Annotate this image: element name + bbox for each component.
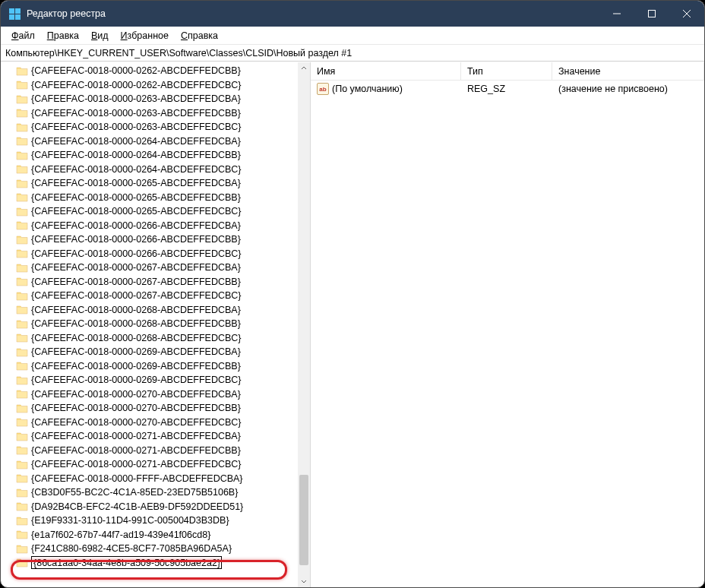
- address-bar[interactable]: Компьютер\HKEY_CURRENT_USER\Software\Cla…: [1, 45, 704, 62]
- folder-icon: [16, 150, 28, 160]
- tree-item[interactable]: {CAFEEFAC-0018-0000-0266-ABCDEFFEDCBC}: [4, 247, 310, 261]
- tree-item[interactable]: {CAFEEFAC-0018-0000-0271-ABCDEFFEDCBC}: [4, 457, 310, 472]
- tree-item-label: {CAFEEFAC-0018-0000-0264-ABCDEFFEDCBB}: [31, 148, 241, 163]
- folder-icon: [16, 347, 28, 357]
- value-type: REG_SZ: [461, 84, 552, 94]
- values-header: Имя Тип Значение: [311, 62, 704, 81]
- tree-item[interactable]: {CAFEEFAC-0018-0000-0270-ABCDEFFEDCBB}: [4, 401, 310, 416]
- menu-help[interactable]: Справка: [175, 29, 224, 43]
- tree-item[interactable]: {CAFEEFAC-0018-0000-0269-ABCDEFFEDCBB}: [4, 359, 310, 374]
- scroll-down-button[interactable]: [298, 575, 310, 587]
- menu-favorites[interactable]: Избранное: [115, 29, 175, 43]
- tree-item[interactable]: {CAFEEFAC-0018-0000-0263-ABCDEFFEDCBA}: [4, 92, 310, 106]
- tree-item[interactable]: {CAFEEFAC-0018-0000-0266-ABCDEFFEDCBB}: [4, 232, 310, 247]
- folder-icon: [16, 333, 28, 343]
- tree-item[interactable]: {CAFEEFAC-0018-0000-FFFF-ABCDEFFEDCBA}: [4, 472, 310, 486]
- tree-item-editing[interactable]: [4, 556, 310, 571]
- tree-item[interactable]: {CAFEEFAC-0018-0000-0270-ABCDEFFEDCBC}: [4, 416, 310, 430]
- app-icon: [8, 8, 21, 20]
- folder-icon: [16, 192, 28, 202]
- folder-icon: [16, 544, 28, 554]
- column-header-name[interactable]: Имя: [311, 62, 461, 80]
- tree-item-label: {e1a7f602-67b7-44f7-ad19-439e41f06cd8}: [31, 528, 210, 542]
- scroll-thumb[interactable]: [299, 475, 308, 565]
- tree-item[interactable]: {CAFEEFAC-0018-0000-0262-ABCDEFFEDCBC}: [4, 78, 310, 93]
- tree-item[interactable]: {CAFEEFAC-0018-0000-0265-ABCDEFFEDCBA}: [4, 176, 310, 191]
- tree-item[interactable]: {CAFEEFAC-0018-0000-0267-ABCDEFFEDCBC}: [4, 289, 310, 303]
- folder-icon: [16, 305, 28, 315]
- registry-tree[interactable]: {CAFEEFAC-0018-0000-0262-ABCDEFFEDCBB}{C…: [4, 64, 310, 570]
- tree-item[interactable]: {CAFEEFAC-0018-0000-0267-ABCDEFFEDCBA}: [4, 261, 310, 275]
- column-header-type[interactable]: Тип: [461, 62, 552, 80]
- tree-item[interactable]: {CAFEEFAC-0018-0000-0269-ABCDEFFEDCBC}: [4, 373, 310, 387]
- values-list[interactable]: ab (По умолчанию) REG_SZ (значение не пр…: [311, 81, 704, 587]
- close-button[interactable]: [669, 1, 704, 27]
- titlebar[interactable]: Редактор реестра: [1, 1, 704, 27]
- tree-scrollbar[interactable]: [298, 62, 310, 587]
- tree-item[interactable]: {e1a7f602-67b7-44f7-ad19-439e41f06cd8}: [4, 528, 310, 542]
- tree-item-label: {CAFEEFAC-0018-0000-0265-ABCDEFFEDCBB}: [31, 191, 241, 205]
- tree-item[interactable]: {CAFEEFAC-0018-0000-0266-ABCDEFFEDCBA}: [4, 219, 310, 233]
- tree-item-label: {CAFEEFAC-0018-0000-0262-ABCDEFFEDCBC}: [31, 78, 242, 93]
- folder-icon: [16, 179, 28, 188]
- tree-item[interactable]: {CB3D0F55-BC2C-4C1A-85ED-23ED75B5106B}: [4, 485, 310, 500]
- tree-item-label: {CAFEEFAC-0018-0000-0268-ABCDEFFEDCBC}: [31, 331, 242, 346]
- tree-item-label: {CAFEEFAC-0018-0000-0271-ABCDEFFEDCBB}: [31, 444, 241, 458]
- rename-input[interactable]: [31, 556, 222, 569]
- window-title: Редактор реестра: [27, 8, 106, 19]
- values-pane: Имя Тип Значение ab (По умолчанию) REG_S…: [311, 62, 704, 587]
- folder-icon: [16, 277, 28, 286]
- tree-item[interactable]: {DA92B4CB-EFC2-4C1B-AEB9-DF592DDEED51}: [4, 500, 310, 514]
- menu-edit[interactable]: Правка: [41, 29, 85, 43]
- tree-item-label: {CAFEEFAC-0018-0000-0266-ABCDEFFEDCBC}: [31, 247, 242, 261]
- folder-icon: [16, 389, 28, 399]
- folder-icon: [16, 136, 28, 146]
- tree-item[interactable]: {CAFEEFAC-0018-0000-0264-ABCDEFFEDCBC}: [4, 163, 310, 177]
- tree-item[interactable]: {CAFEEFAC-0018-0000-0263-ABCDEFFEDCBB}: [4, 106, 310, 121]
- tree-item[interactable]: {CAFEEFAC-0018-0000-0262-ABCDEFFEDCBB}: [4, 64, 310, 78]
- tree-item-label: {CAFEEFAC-0018-0000-0266-ABCDEFFEDCBA}: [31, 219, 241, 233]
- value-row[interactable]: ab (По умолчанию) REG_SZ (значение не пр…: [311, 82, 704, 96]
- minimize-button[interactable]: [599, 1, 634, 27]
- tree-item-label: {CAFEEFAC-0018-0000-0267-ABCDEFFEDCBC}: [31, 289, 242, 303]
- tree-item-label: {CAFEEFAC-0018-0000-0270-ABCDEFFEDCBC}: [31, 416, 242, 430]
- tree-item[interactable]: {CAFEEFAC-0018-0000-0267-ABCDEFFEDCBB}: [4, 275, 310, 289]
- tree-item[interactable]: {CAFEEFAC-0018-0000-0265-ABCDEFFEDCBC}: [4, 204, 310, 219]
- tree-item[interactable]: {CAFEEFAC-0018-0000-0271-ABCDEFFEDCBB}: [4, 444, 310, 458]
- maximize-button[interactable]: [634, 1, 669, 27]
- tree-item[interactable]: {CAFEEFAC-0018-0000-0264-ABCDEFFEDCBB}: [4, 148, 310, 163]
- folder-icon: [16, 122, 28, 132]
- menu-view[interactable]: Вид: [85, 29, 115, 43]
- tree-item[interactable]: {CAFEEFAC-0018-0000-0269-ABCDEFFEDCBA}: [4, 345, 310, 359]
- content-area: {CAFEEFAC-0018-0000-0262-ABCDEFFEDCBB}{C…: [1, 62, 704, 587]
- tree-item[interactable]: {CAFEEFAC-0018-0000-0263-ABCDEFFEDCBC}: [4, 120, 310, 134]
- tree-item[interactable]: {CAFEEFAC-0018-0000-0265-ABCDEFFEDCBB}: [4, 191, 310, 205]
- folder-icon: [16, 460, 28, 469]
- tree-item-label: {CAFEEFAC-0018-0000-0269-ABCDEFFEDCBB}: [31, 359, 241, 374]
- tree-item-label: {CAFEEFAC-0018-0000-0264-ABCDEFFEDCBC}: [31, 163, 242, 177]
- tree-item[interactable]: {CAFEEFAC-0018-0000-0264-ABCDEFFEDCBA}: [4, 134, 310, 149]
- tree-item[interactable]: {CAFEEFAC-0018-0000-0268-ABCDEFFEDCBA}: [4, 303, 310, 318]
- folder-icon: [16, 319, 28, 329]
- tree-item-label: {CAFEEFAC-0018-0000-0264-ABCDEFFEDCBA}: [31, 134, 241, 149]
- tree-item[interactable]: {CAFEEFAC-0018-0000-0268-ABCDEFFEDCBB}: [4, 317, 310, 331]
- column-header-value[interactable]: Значение: [552, 62, 704, 80]
- tree-item-label: {DA92B4CB-EFC2-4C1B-AEB9-DF592DDEED51}: [31, 500, 243, 514]
- folder-icon: [16, 473, 28, 483]
- folder-icon: [16, 108, 28, 118]
- menu-file[interactable]: Файл: [5, 29, 41, 43]
- tree-item-label: {CAFEEFAC-0018-0000-0265-ABCDEFFEDCBA}: [31, 176, 241, 191]
- tree-item[interactable]: {CAFEEFAC-0018-0000-0270-ABCDEFFEDCBA}: [4, 387, 310, 402]
- scroll-up-button[interactable]: [298, 62, 310, 74]
- tree-item[interactable]: {E19F9331-3110-11D4-991C-005004D3B3DB}: [4, 514, 310, 528]
- tree-item[interactable]: {CAFEEFAC-0018-0000-0271-ABCDEFFEDCBA}: [4, 429, 310, 444]
- scroll-track[interactable]: [298, 74, 310, 575]
- folder-icon: [16, 432, 28, 441]
- tree-item-label: {CAFEEFAC-0018-0000-0262-ABCDEFFEDCBB}: [31, 64, 241, 78]
- folder-icon: [16, 375, 28, 385]
- tree-item-label: {CAFEEFAC-0018-0000-0268-ABCDEFFEDCBB}: [31, 317, 241, 331]
- folder-icon: [16, 361, 28, 371]
- tree-item[interactable]: {CAFEEFAC-0018-0000-0268-ABCDEFFEDCBC}: [4, 331, 310, 346]
- tree-item[interactable]: {F241C880-6982-4CE5-8CF7-7085BA96DA5A}: [4, 542, 310, 556]
- tree-item-label: {CAFEEFAC-0018-0000-0263-ABCDEFFEDCBB}: [31, 106, 241, 121]
